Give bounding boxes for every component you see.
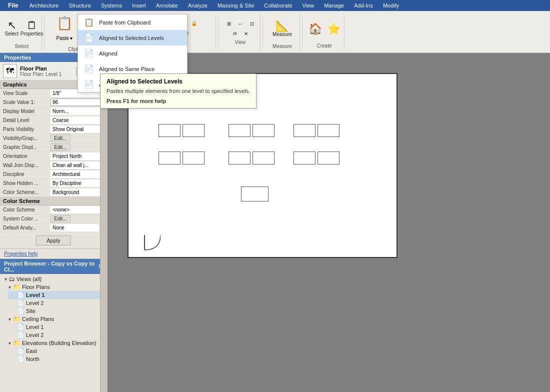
menu-addins[interactable]: Add-Ins	[349, 2, 378, 10]
visibility-edit-button[interactable]: Edit...	[50, 134, 70, 142]
furniture-group-6	[294, 152, 340, 164]
paste-icon: 📋	[56, 16, 72, 31]
create-icon-2: ⭐	[327, 24, 340, 34]
floor-plan-icon: 🗺	[3, 64, 17, 78]
menu-manage[interactable]: Manage	[319, 2, 349, 10]
default-analysis-value[interactable]: None	[50, 224, 99, 232]
modify-btn-6[interactable]: 🔒	[188, 19, 200, 28]
parts-visibility-value[interactable]: Show Original	[50, 126, 104, 133]
apply-row: Apply	[0, 232, 107, 248]
furniture-group-3	[294, 124, 340, 137]
detail-level-value[interactable]: Coarse	[50, 116, 104, 124]
view-btn-1[interactable]: ⊞	[224, 20, 234, 28]
create-btn-1[interactable]: 🏠	[306, 16, 324, 42]
desk-6a	[294, 152, 316, 164]
paste-dropdown-trigger[interactable]: Paste ▾	[54, 34, 76, 42]
tree-level1-floor[interactable]: 📄 Level 1	[8, 291, 107, 299]
tree-level1-ceiling[interactable]: 📄 Level 1	[8, 323, 107, 331]
tree-views-all[interactable]: ▾ 🗂 Views (all)	[0, 275, 107, 283]
prop-show-hidden: Show Hidden ... By Discipline	[0, 179, 107, 188]
menu-modify[interactable]: Modify	[378, 2, 404, 10]
furniture-group-2	[228, 124, 274, 137]
color-scheme-def-value[interactable]: Background	[50, 188, 104, 196]
file-menu[interactable]: File	[2, 1, 24, 10]
menu-annotate[interactable]: Annotate	[151, 2, 183, 10]
floor-plans-folder-icon: 📁	[13, 284, 20, 290]
prop-system-color: System Color ... Edit...	[0, 214, 107, 224]
system-color-edit-button[interactable]: Edit...	[50, 215, 70, 222]
door-arc	[144, 234, 160, 252]
menu-view[interactable]: View	[298, 2, 320, 10]
show-hidden-value[interactable]: By Discipline	[50, 180, 104, 187]
desk-2b	[252, 124, 274, 137]
tree-east[interactable]: 📄 East	[8, 347, 107, 355]
menu-structure[interactable]: Structure	[64, 2, 96, 10]
desk-1a	[158, 124, 180, 137]
select-button[interactable]: ↖ Select	[2, 16, 22, 42]
prop-display-model: Display Model Norm...	[0, 107, 107, 116]
prop-orientation: Orientation Project North	[0, 152, 107, 161]
color-scheme-value[interactable]: <none>	[50, 206, 104, 214]
ribbon-group-view: ⊞ ↔ ⊡ ⟳ ✕ View	[220, 14, 260, 50]
properties-button[interactable]: 🗒 Properties	[22, 16, 42, 42]
tree-north[interactable]: 📄 North	[8, 355, 107, 363]
scale-value-input[interactable]: 96	[50, 98, 104, 106]
level2-floor-icon: 📄	[17, 300, 24, 306]
prop-visibility-graphics: Visibility/Grap... Edit...	[0, 134, 107, 143]
tree-level2-floor[interactable]: 📄 Level 2	[8, 299, 107, 307]
prop-default-analysis: Default Analy... None ▼	[0, 224, 107, 232]
tree-ceiling-plans[interactable]: ▾ 📁 Ceiling Plans	[4, 315, 107, 323]
view-btn-4[interactable]: ⟳	[230, 30, 240, 38]
tree-floor-plans[interactable]: ▾ 📁 Floor Plans	[4, 283, 107, 291]
tree-elevations[interactable]: ▾ 📁 Elevations (Building Elevation)	[4, 339, 107, 347]
clipboard-icon: 📋	[83, 18, 95, 27]
paste-icon-area[interactable]: 📋	[55, 12, 74, 34]
measure-button[interactable]: 📐 Measure	[268, 15, 297, 42]
wall-join-value[interactable]: Clean all wall j...	[50, 162, 104, 169]
desk-3a	[294, 124, 316, 137]
measure-icon: 📐	[276, 20, 289, 32]
aligned-levels-item[interactable]: 📄 Aligned to Selected Levels	[78, 30, 187, 46]
tooltip-description: Pastes multiple elements from one level …	[106, 88, 250, 94]
desk-1b	[182, 124, 204, 137]
level1-ceiling-icon: 📄	[17, 324, 24, 330]
browser-title: Project Browser - Copy vs Copy to Cl...	[4, 260, 98, 272]
orientation-value[interactable]: Project North	[50, 152, 104, 160]
ceiling-plans-folder-icon: 📁	[13, 316, 20, 322]
prop-scale-value: Scale Value 1: 96	[0, 98, 107, 107]
menu-massing[interactable]: Massing & Site	[212, 2, 259, 10]
aligned-same-icon: 📄	[83, 64, 95, 74]
north-icon: 📄	[17, 356, 24, 362]
view-btn-5[interactable]: ✕	[241, 30, 251, 38]
menu-collaborate[interactable]: Collaborate	[259, 2, 297, 10]
display-model-value[interactable]: Norm...	[50, 108, 104, 115]
discipline-value[interactable]: Architectural	[50, 170, 104, 178]
furniture-group-4	[158, 152, 204, 164]
paste-from-clipboard-item[interactable]: 📋 Paste from Clipboard	[78, 14, 187, 30]
apply-button[interactable]: Apply	[36, 236, 71, 246]
aligned-current-item[interactable]: 📄 Aligned	[78, 46, 187, 61]
left-panel: Properties 🗺 Floor Plan Floor Plan: Leve…	[0, 53, 108, 392]
create-btn-2[interactable]: ⭐	[325, 16, 342, 42]
desk-5a	[228, 152, 250, 164]
browser-tree: ▾ 🗂 Views (all) ▾ 📁 Floor Plans 📄 Level …	[0, 274, 107, 392]
prop-wall-join: Wall Join Disp... Clean all wall j...	[0, 161, 107, 170]
menu-analyze[interactable]: Analyze	[183, 2, 212, 10]
menu-insert[interactable]: Insert	[127, 2, 151, 10]
color-scheme-section-title[interactable]: Color Scheme	[0, 197, 107, 206]
level1-floor-icon: 📄	[17, 292, 24, 298]
view-btn-2[interactable]: ↔	[235, 20, 246, 28]
properties-help-link[interactable]: Properties help	[0, 248, 107, 258]
aligned-current-icon: 📄	[83, 48, 95, 58]
desk-2a	[228, 124, 250, 137]
view-btn-3[interactable]: ⊡	[247, 20, 257, 28]
ribbon-group-select: ↖ Select 🗒 Properties Select	[2, 14, 42, 50]
tree-site[interactable]: 📄 Site	[8, 307, 107, 315]
menu-architecture[interactable]: Architecture	[24, 2, 64, 10]
desk-4a	[158, 152, 180, 164]
graphic-display-edit-button[interactable]: Edit...	[50, 144, 70, 151]
tooltip-help-text: Press F1 for more help	[106, 98, 250, 104]
tree-level2-ceiling[interactable]: 📄 Level 2	[8, 331, 107, 339]
menu-systems[interactable]: Systems	[96, 2, 127, 10]
measure-group-label: Measure	[272, 44, 292, 49]
